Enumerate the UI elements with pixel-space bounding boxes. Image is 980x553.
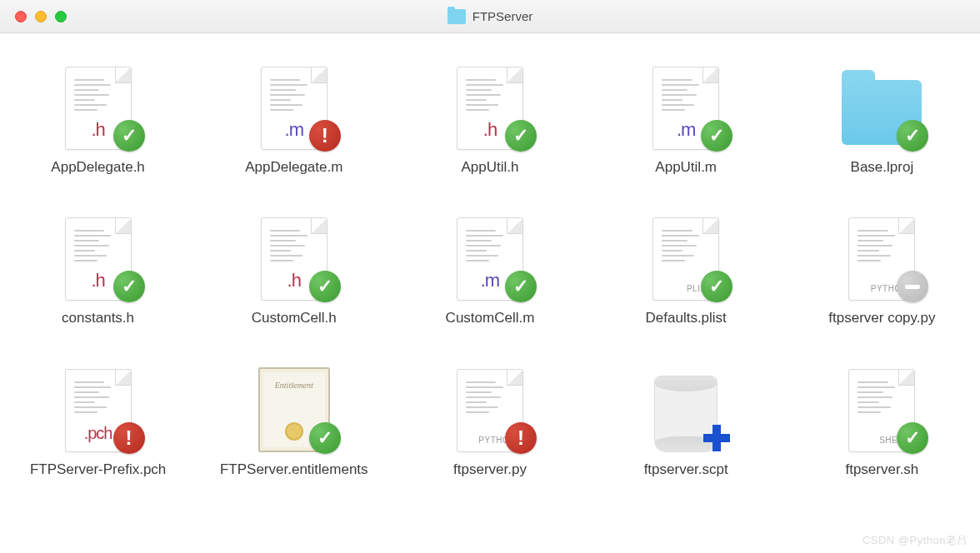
file-item[interactable]: .hconstants.h (11, 209, 186, 326)
file-name-label: FTPServer-Prefix.pch (30, 461, 166, 478)
vcs-clean-badge-icon (897, 422, 928, 454)
file-name-label: Base.lproj (851, 158, 914, 176)
file-icon: .m (644, 58, 728, 150)
file-name-label: ftpserver.sh (845, 461, 918, 478)
vcs-clean-badge-icon (309, 271, 341, 302)
file-name-label: ftpserver.py (453, 461, 527, 478)
file-name-label: FTPServer.entitlements (220, 461, 368, 478)
file-icon: .h (252, 209, 336, 301)
file-item[interactable]: Base.lproj (794, 58, 969, 176)
vcs-clean-badge-icon (113, 271, 145, 302)
vcs-ignored-badge-icon (897, 271, 928, 302)
vcs-clean-badge-icon (505, 120, 537, 152)
vcs-clean-badge-icon (505, 271, 537, 302)
file-icon: SHELL (840, 361, 923, 452)
file-icon (644, 361, 728, 452)
file-name-label: ftpserver.scpt (644, 461, 728, 478)
minimize-window-button[interactable] (35, 11, 47, 22)
file-icon (840, 58, 923, 150)
file-name-label: CustomCell.h (252, 309, 337, 326)
file-icon: .m (448, 209, 532, 301)
file-item[interactable]: SHELLftpserver.sh (794, 361, 969, 478)
vcs-clean-badge-icon (897, 120, 928, 152)
vcs-modified-badge-icon (309, 120, 341, 152)
file-name-label: AppDelegate.h (51, 158, 144, 176)
file-icon: .h (57, 209, 140, 301)
seal-icon (285, 422, 303, 441)
zoom-window-button[interactable] (55, 11, 67, 22)
file-icon-grid: .hAppDelegate.h.mAppDelegate.m.hAppUtil.… (0, 33, 980, 478)
file-icon: Entitlement (252, 361, 336, 452)
vcs-modified-badge-icon (113, 422, 145, 454)
vcs-added-badge-icon (701, 422, 732, 454)
file-item[interactable]: .mAppDelegate.m (207, 58, 382, 176)
vcs-modified-badge-icon (505, 422, 537, 454)
file-item[interactable]: PLISTDefaults.plist (598, 209, 773, 326)
file-name-label: ftpserver copy.py (828, 309, 935, 326)
vcs-clean-badge-icon (113, 120, 145, 152)
file-item[interactable]: PYTHONftpserver copy.py (794, 209, 969, 326)
file-item[interactable]: .hAppDelegate.h (11, 58, 186, 176)
file-icon: .h (448, 58, 532, 150)
file-name-label: CustomCell.m (446, 309, 535, 326)
file-icon: .m (252, 58, 336, 150)
watermark: CSDN @Python老吕 (862, 533, 968, 548)
file-name-label: AppUtil.h (461, 158, 518, 176)
window-title-text: FTPServer (472, 9, 533, 23)
file-name-label: constants.h (62, 309, 134, 326)
vcs-clean-badge-icon (309, 422, 341, 454)
file-icon: PLIST (644, 209, 728, 301)
file-icon: PYTHON (448, 361, 532, 452)
file-name-label: Defaults.plist (646, 309, 727, 326)
file-item[interactable]: .hCustomCell.h (207, 209, 382, 326)
file-icon: .pch (57, 361, 140, 452)
window-title-bar: FTPServer (0, 0, 980, 33)
close-window-button[interactable] (15, 11, 27, 22)
file-name-label: AppUtil.m (655, 158, 717, 176)
file-item[interactable]: PYTHONftpserver.py (402, 361, 578, 478)
window-title: FTPServer (0, 9, 980, 24)
file-icon: PYTHON (840, 209, 923, 301)
file-item[interactable]: .mCustomCell.m (402, 209, 578, 326)
file-item[interactable]: EntitlementFTPServer.entitlements (207, 361, 382, 478)
vcs-clean-badge-icon (701, 120, 732, 152)
file-item[interactable]: .hAppUtil.h (402, 58, 578, 176)
file-icon: .h (57, 58, 140, 150)
file-item[interactable]: .pchFTPServer-Prefix.pch (11, 361, 186, 478)
folder-icon (448, 9, 466, 24)
vcs-clean-badge-icon (701, 271, 732, 302)
cert-title: Entitlement (260, 381, 328, 390)
file-name-label: AppDelegate.m (245, 158, 342, 176)
file-item[interactable]: .mAppUtil.m (598, 58, 773, 176)
file-item[interactable]: ftpserver.scpt (598, 361, 773, 478)
traffic-lights (0, 11, 67, 22)
